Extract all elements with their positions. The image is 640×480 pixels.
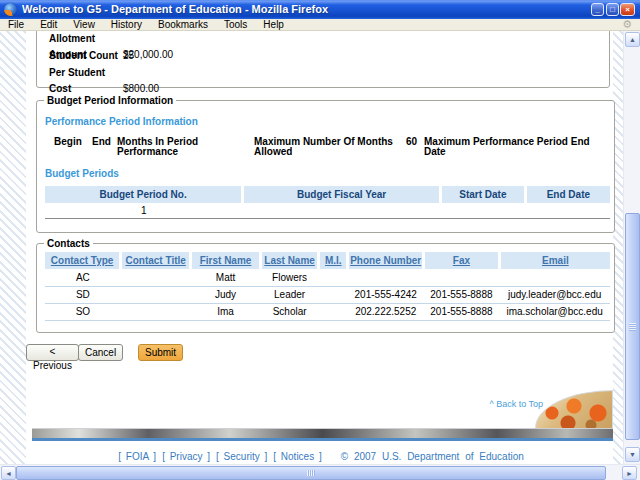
menu-item-edit[interactable]: Edit: [32, 19, 65, 31]
footer-links: [ FOIA ][ Privacy ][ Security ][ Notices…: [115, 451, 325, 462]
end-label: End: [92, 137, 111, 147]
max-end-date-label: Maximum Performance Period End Date: [424, 137, 602, 157]
table-cell: Matt: [191, 269, 261, 286]
table-row: 1: [45, 203, 610, 218]
menu-item-bookmarks[interactable]: Bookmarks: [150, 19, 216, 31]
max-months-label: Maximum Number Of Months Allowed: [254, 137, 412, 157]
table-cell: [319, 269, 348, 286]
column-header-last-name[interactable]: Last Name: [260, 252, 318, 269]
table-cell: [121, 269, 191, 286]
table-cell: judy.leader@bcc.edu: [499, 286, 610, 303]
table-cell: [319, 286, 348, 303]
table-row: SDJudyLeader201-555-4242201-555-8888judy…: [45, 286, 610, 303]
page-viewport: Allotment Amount$20,000.00Student Count2…: [0, 31, 623, 464]
table-cell: 201-555-8888: [424, 303, 500, 320]
field-label: Student Count: [49, 48, 123, 64]
table-cell: ima.scholar@bcc.edu: [499, 303, 610, 320]
column-header-contact-type[interactable]: Contact Type: [45, 252, 121, 269]
column-header-start-date: Start Date: [441, 186, 526, 203]
summary-row: Student Count25: [49, 48, 609, 64]
award-summary-panel: Allotment Amount$20,000.00Student Count2…: [36, 31, 610, 88]
menu-item-file[interactable]: File: [0, 19, 32, 31]
contacts-fieldset: Contacts Contact TypeContact TitleFirst …: [36, 238, 615, 333]
column-header-contact-title[interactable]: Contact Title: [121, 252, 191, 269]
table-row: ACMattFlowers: [45, 269, 610, 286]
back-to-top-link[interactable]: ^ Back to Top: [489, 399, 543, 409]
table-cell: Judy: [191, 286, 261, 303]
performance-fields: Begin End Months In Period Performance M…: [41, 135, 610, 165]
max-months-value: 60: [399, 137, 417, 147]
scroll-down-button[interactable]: ▼: [625, 447, 640, 462]
page-footer: [ FOIA ][ Privacy ][ Security ][ Notices…: [26, 450, 613, 462]
footer-link[interactable]: [ FOIA ]: [118, 451, 156, 462]
classroom-photo: [535, 390, 613, 428]
table-cell: Scholar: [260, 303, 318, 320]
table-cell: [319, 303, 348, 320]
table-cell: 201-555-8888: [424, 286, 500, 303]
vertical-scrollbar-thumb[interactable]: [625, 213, 640, 440]
firefox-icon: [4, 3, 17, 16]
column-header-budget-fiscal-year: Budget Fiscal Year: [243, 186, 441, 203]
menubar-items: FileEditViewHistoryBookmarksToolsHelp: [0, 19, 292, 30]
table-cell: [441, 203, 526, 218]
table-cell: [348, 269, 424, 286]
submit-button[interactable]: Submit: [138, 344, 183, 361]
table-cell: [243, 203, 441, 218]
table-cell: [525, 203, 610, 218]
maximize-button[interactable]: □: [606, 3, 619, 16]
contacts-table: Contact TypeContact TitleFirst NameLast …: [45, 252, 610, 321]
table-cell: AC: [45, 269, 121, 286]
summary-row: Allotment Amount$20,000.00: [49, 31, 609, 47]
table-cell: [499, 269, 610, 286]
previous-button[interactable]: < Previous: [26, 344, 79, 361]
close-button[interactable]: ×: [620, 3, 635, 16]
decorative-blue-line: [32, 438, 613, 441]
table-row: SOImaScholar202.222.5252201-555-8888ima.…: [45, 303, 610, 320]
cancel-button[interactable]: Cancel: [78, 344, 123, 361]
table-cell: SO: [45, 303, 121, 320]
column-header-budget-period-no-: Budget Period No.: [45, 186, 243, 203]
field-label: Per Student Cost: [49, 65, 123, 97]
table-cell: 202.222.5252: [348, 303, 424, 320]
menu-bar: FileEditViewHistoryBookmarksToolsHelp ⚙: [0, 19, 640, 31]
column-header-email[interactable]: Email: [499, 252, 610, 269]
footer-link[interactable]: [ Privacy ]: [162, 451, 210, 462]
budget-periods-table: Budget Period No.Budget Fiscal YearStart…: [45, 186, 610, 219]
table-cell: [121, 303, 191, 320]
column-header-m-i-[interactable]: M.I.: [319, 252, 348, 269]
field-value: 25: [123, 48, 134, 64]
window-title: Welcome to G5 - Department of Education …: [22, 3, 328, 15]
scroll-right-button[interactable]: ►: [622, 466, 637, 480]
contacts-legend: Contacts: [44, 238, 93, 249]
column-header-first-name[interactable]: First Name: [191, 252, 261, 269]
horizontal-scrollbar[interactable]: ◄ ►: [0, 464, 640, 480]
browser-window: Welcome to G5 - Department of Education …: [0, 0, 640, 480]
table-cell: SD: [45, 286, 121, 303]
performance-period-heading: Performance Period Information: [45, 116, 610, 127]
vertical-scrollbar[interactable]: ▲ ▼: [623, 31, 640, 464]
minimize-button[interactable]: _: [591, 3, 604, 16]
budget-period-fieldset: Budget Period Information Performance Pe…: [36, 95, 615, 233]
copyright-text: © 2007 U.S. Department of Education: [341, 451, 524, 462]
summary-rows: Allotment Amount$20,000.00Student Count2…: [49, 31, 609, 81]
table-cell: 1: [45, 203, 243, 218]
table-cell: [121, 286, 191, 303]
budget-period-legend: Budget Period Information: [44, 95, 176, 106]
menu-item-help[interactable]: Help: [255, 19, 292, 31]
scroll-up-button[interactable]: ▲: [625, 32, 640, 47]
menu-item-history[interactable]: History: [103, 19, 150, 31]
scroll-left-button[interactable]: ◄: [1, 466, 16, 480]
title-bar: Welcome to G5 - Department of Education …: [0, 0, 640, 19]
summary-row: Per Student Cost$800.00: [49, 65, 609, 81]
footer-link[interactable]: [ Notices ]: [273, 451, 321, 462]
menu-item-view[interactable]: View: [65, 19, 103, 31]
footer-link[interactable]: [ Security ]: [216, 451, 267, 462]
table-cell: [424, 269, 500, 286]
column-header-phone-number[interactable]: Phone Number: [348, 252, 424, 269]
menu-item-tools[interactable]: Tools: [216, 19, 255, 31]
horizontal-scrollbar-thumb[interactable]: [16, 466, 606, 480]
column-header-fax[interactable]: Fax: [424, 252, 500, 269]
page-content: Allotment Amount$20,000.00Student Count2…: [26, 31, 613, 464]
left-margin-pattern: [0, 31, 26, 464]
gear-icon: ⚙: [622, 18, 632, 30]
